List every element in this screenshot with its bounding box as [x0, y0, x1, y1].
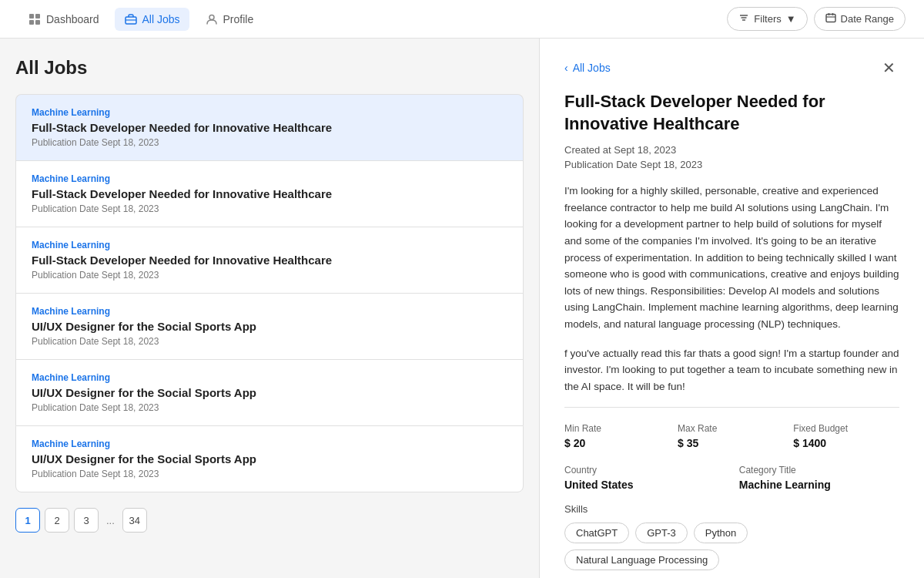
nav-all-jobs[interactable]: All Jobs [115, 8, 189, 31]
back-link[interactable]: ‹ All Jobs [564, 62, 611, 74]
close-button[interactable]: ✕ [878, 57, 899, 79]
nav-all-jobs-label: All Jobs [142, 13, 180, 25]
calendar-icon [825, 12, 836, 25]
page-button[interactable]: 3 [74, 508, 99, 533]
max-rate-label: Max Rate [678, 423, 768, 434]
divider-1 [564, 407, 899, 408]
user-icon [205, 12, 219, 26]
detail-description-2: f you've actually read this far thats a … [564, 345, 899, 395]
pagination-dots: ... [103, 515, 118, 526]
nav-profile-label: Profile [223, 13, 254, 25]
left-panel: All Jobs Machine LearningFull-Stack Deve… [0, 39, 539, 578]
created-at: Created at Sept 18, 2023 [564, 144, 899, 156]
job-card[interactable]: Machine LearningFull-Stack Developer Nee… [15, 160, 524, 227]
country-label: Country [564, 465, 702, 476]
job-date: Publication Date Sept 18, 2023 [32, 402, 507, 413]
svg-rect-3 [35, 20, 40, 25]
filters-button[interactable]: Filters ▼ [727, 7, 807, 31]
job-card[interactable]: Machine LearningUI/UX Designer for the S… [15, 293, 524, 359]
top-navigation: Dashboard All Jobs Profile [0, 0, 924, 39]
country-value: United States [564, 479, 702, 491]
info-grid: Country United States Category Title Mac… [564, 465, 899, 491]
page-title: All Jobs [15, 57, 524, 79]
back-label: All Jobs [573, 62, 611, 74]
date-range-button[interactable]: Date Range [814, 7, 906, 31]
svg-point-6 [209, 15, 214, 19]
chevron-left-icon: ‹ [564, 62, 568, 74]
date-range-label: Date Range [841, 13, 894, 25]
job-title: Full-Stack Developer Needed for Innovati… [32, 187, 507, 200]
min-rate-label: Min Rate [564, 423, 653, 434]
job-category: Machine Learning [32, 240, 507, 250]
job-title: UI/UX Designer for the Social Sports App [32, 320, 507, 333]
skill-tag: ChatGPT [564, 523, 629, 543]
main-layout: All Jobs Machine LearningFull-Stack Deve… [0, 39, 924, 578]
fixed-budget-block: Fixed Budget $ 1400 [793, 423, 899, 449]
skills-tags: ChatGPTGPT-3PythonNatural Language Proce… [564, 523, 899, 570]
job-category: Machine Learning [32, 173, 507, 184]
svg-rect-0 [29, 14, 34, 18]
category-value: Machine Learning [739, 479, 899, 491]
country-block: Country United States [564, 465, 702, 491]
job-title: UI/UX Designer for the Social Sports App [32, 386, 507, 399]
job-title: UI/UX Designer for the Social Sports App [32, 452, 507, 465]
fixed-budget-label: Fixed Budget [793, 423, 899, 434]
svg-rect-2 [29, 20, 34, 25]
page-button[interactable]: 1 [15, 508, 40, 533]
svg-rect-10 [826, 15, 835, 22]
skills-section: Skills ChatGPTGPT-3PythonNatural Languag… [564, 503, 899, 570]
category-block: Category Title Machine Learning [739, 465, 899, 491]
skill-tag: Natural Language Processing [564, 549, 719, 570]
job-category: Machine Learning [32, 372, 507, 383]
nav-profile[interactable]: Profile [196, 8, 263, 31]
job-title: Full-Stack Developer Needed for Innovati… [32, 254, 507, 267]
job-category: Machine Learning [32, 439, 507, 449]
detail-header: ‹ All Jobs ✕ [564, 57, 899, 79]
skill-tag: GPT-3 [635, 523, 688, 543]
skill-tag: Python [694, 523, 748, 543]
pagination: 123...34 [15, 508, 524, 533]
page-button[interactable]: 2 [45, 508, 69, 533]
job-date: Publication Date Sept 18, 2023 [32, 270, 507, 281]
nav-dashboard[interactable]: Dashboard [18, 8, 109, 31]
nav-filters-group: Filters ▼ Date Range [727, 7, 906, 31]
briefcase-icon [124, 12, 138, 26]
max-rate-value: $ 35 [678, 437, 768, 449]
job-category: Machine Learning [32, 107, 507, 118]
job-card[interactable]: Machine LearningUI/UX Designer for the S… [15, 359, 524, 425]
job-card[interactable]: Machine LearningFull-Stack Developer Nee… [15, 94, 524, 160]
detail-description: I'm looking for a highly skilled, person… [564, 183, 899, 332]
job-date: Publication Date Sept 18, 2023 [32, 137, 507, 148]
job-card[interactable]: Machine LearningUI/UX Designer for the S… [15, 425, 524, 492]
max-rate-block: Max Rate $ 35 [678, 423, 768, 449]
rates-grid: Min Rate $ 20 Max Rate $ 35 Fixed Budget… [564, 423, 899, 449]
nav-dashboard-label: Dashboard [46, 13, 99, 25]
job-title: Full-Stack Developer Needed for Innovati… [32, 121, 507, 134]
skills-label: Skills [564, 503, 899, 515]
min-rate-value: $ 20 [564, 437, 653, 449]
detail-title: Full-Stack Developer Needed for Innovati… [564, 91, 899, 135]
filters-label: Filters [754, 13, 781, 25]
right-panel: ‹ All Jobs ✕ Full-Stack Developer Needed… [539, 39, 924, 578]
fixed-budget-value: $ 1400 [793, 437, 899, 449]
job-category: Machine Learning [32, 306, 507, 317]
grid-icon [28, 12, 42, 26]
job-date: Publication Date Sept 18, 2023 [32, 469, 507, 479]
svg-rect-1 [35, 14, 40, 18]
filter-icon [738, 12, 749, 25]
job-date: Publication Date Sept 18, 2023 [32, 336, 507, 347]
page-last-button[interactable]: 34 [122, 508, 147, 533]
job-list: Machine LearningFull-Stack Developer Nee… [15, 94, 524, 492]
category-label: Category Title [739, 465, 899, 476]
job-date: Publication Date Sept 18, 2023 [32, 203, 507, 214]
chevron-down-icon: ▼ [786, 13, 796, 25]
publication-date: Publication Date Sept 18, 2023 [564, 159, 899, 170]
min-rate-block: Min Rate $ 20 [564, 423, 653, 449]
job-card[interactable]: Machine LearningFull-Stack Developer Nee… [15, 227, 524, 293]
